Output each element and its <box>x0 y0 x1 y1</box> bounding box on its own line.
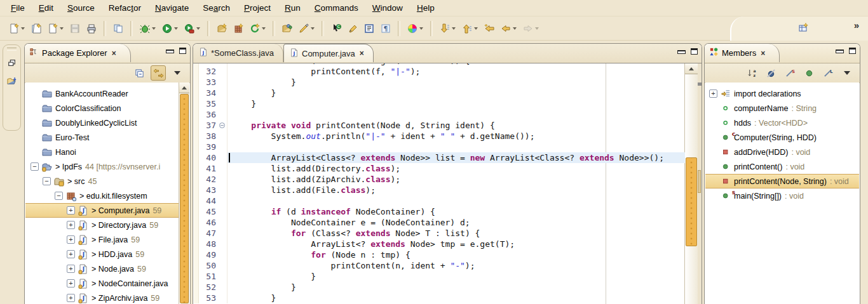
hide-fields-icon[interactable] <box>763 65 778 81</box>
previous-annotation-button[interactable] <box>459 21 480 36</box>
menu-project[interactable]: Project <box>237 1 278 15</box>
highlighter-button[interactable] <box>345 21 360 36</box>
tree-item-computer.java[interactable]: +J> Computer.java59 <box>25 203 179 218</box>
open-perspective-button[interactable] <box>796 20 811 36</box>
new-java-project-button[interactable] <box>214 21 229 36</box>
fold-ruler[interactable] <box>218 185 227 195</box>
show-whitespace-button[interactable]: ¶ <box>378 21 393 36</box>
menu-search[interactable]: Search <box>196 1 237 15</box>
editor-tab-computer.java[interactable]: JComputer.java× <box>283 44 374 62</box>
search-pen-button[interactable] <box>296 21 317 36</box>
hide-nonpublic-icon[interactable] <box>801 65 817 81</box>
link-with-editor-icon[interactable] <box>151 65 166 81</box>
code-line-50[interactable]: 50 printContent(n, ident + "-"); <box>194 260 685 271</box>
minimize-icon[interactable] <box>836 50 844 53</box>
code-line-34[interactable]: 34 } <box>194 88 685 98</box>
maximize-icon[interactable] <box>691 48 698 55</box>
hide-static-icon[interactable]: S <box>782 65 797 81</box>
fold-ruler[interactable] <box>218 66 227 77</box>
member-printcontent-node-string[interactable]: printContent(Node, String) : void <box>705 174 859 188</box>
fold-ruler[interactable] <box>218 88 227 98</box>
tree-item-hdd.java[interactable]: +J> HDD.java59 <box>25 247 179 261</box>
minimize-icon[interactable] <box>166 50 174 53</box>
member-computername[interactable]: computerName : String <box>705 101 859 116</box>
tree-item-ziparchiv.java[interactable]: +J> ZipArchiv.java59 <box>25 291 179 304</box>
dropdown-arrow-icon[interactable] <box>60 27 64 30</box>
member-printcontent[interactable]: printContent() : void <box>705 159 859 174</box>
run-button[interactable] <box>159 21 180 36</box>
menu-run[interactable]: Run <box>278 1 308 15</box>
member-import-declarations[interactable]: +import declarations <box>705 86 859 101</box>
member-adddrive-hdd[interactable]: addDrive(HDD) : void <box>705 145 859 159</box>
scroll-up-icon[interactable] <box>179 83 189 93</box>
minimize-icon[interactable] <box>677 50 686 54</box>
collapse-all-icon[interactable] <box>132 65 147 81</box>
fold-ruler[interactable] <box>218 217 227 228</box>
close-icon[interactable]: × <box>360 49 364 58</box>
tree-item-nodecontainer.java[interactable]: +J> NodeContainer.java <box>25 276 179 291</box>
fold-ruler[interactable] <box>218 260 227 271</box>
dropdown-arrow-icon[interactable] <box>196 27 200 30</box>
fold-ruler[interactable] <box>218 282 227 293</box>
collapse-icon[interactable]: − <box>31 162 39 171</box>
code-line-43[interactable]: 43 list.add(File.class); <box>194 185 685 195</box>
dropdown-arrow-icon[interactable] <box>311 27 315 30</box>
expand-icon[interactable]: + <box>67 294 75 302</box>
dropdown-arrow-icon[interactable] <box>152 27 156 30</box>
fold-ruler[interactable] <box>218 239 227 249</box>
fold-ruler[interactable] <box>218 98 227 109</box>
code-line-45[interactable]: 45 if (d instanceof NodeContainer) { <box>194 206 685 217</box>
code-line-40[interactable]: 40 ArrayList<Class<? extends Node>> list… <box>194 152 685 163</box>
fold-ruler[interactable] <box>218 293 227 303</box>
menu-file[interactable]: File <box>4 1 32 15</box>
fold-ruler[interactable] <box>218 249 227 260</box>
code-line-49[interactable]: 49 for (Node n : tmp) { <box>194 249 685 260</box>
tree-item-ipdfs[interactable]: −> IpdFs44 [https://svnserver.i <box>25 159 179 174</box>
last-edit-location-button[interactable] <box>482 21 497 36</box>
tree-item-bankaccountreader[interactable]: BankAccountReader <box>25 86 179 101</box>
new-java-class-button[interactable] <box>247 21 268 36</box>
hide-local-types-icon[interactable]: L <box>820 65 836 81</box>
menu-refactor[interactable]: Refactor <box>102 1 148 15</box>
scroll-up-icon[interactable] <box>685 63 698 74</box>
code-line-41[interactable]: 41 list.add(Directory.class); <box>194 163 685 174</box>
color-palette-button[interactable] <box>405 21 426 36</box>
toolbar-overflow-chevron[interactable]: » <box>854 20 859 30</box>
code-line-36[interactable]: 36 <box>194 109 685 120</box>
sort-icon[interactable]: az <box>744 65 759 81</box>
close-icon[interactable]: × <box>761 49 765 58</box>
code-line-42[interactable]: 42 list.add(ZipArchiv.class); <box>194 174 685 185</box>
tree-item-doublylinkedcycliclist[interactable]: DoublyLinkedCyclicList <box>25 116 179 130</box>
menu-source[interactable]: Source <box>60 1 102 15</box>
fold-ruler[interactable] <box>218 163 227 174</box>
run-external-tools-button[interactable] <box>182 21 203 36</box>
code-line-37[interactable]: 37 private void printContent(Node d, Str… <box>194 120 685 131</box>
fold-ruler[interactable] <box>218 271 227 282</box>
overview-ruler[interactable] <box>698 63 702 304</box>
dropdown-arrow-icon[interactable] <box>174 27 178 30</box>
tree-item-euro-test[interactable]: Euro-Test <box>25 130 179 145</box>
dropdown-arrow-icon[interactable] <box>535 27 539 30</box>
forward-button[interactable] <box>520 21 541 36</box>
code-line-35[interactable]: 35 } <box>194 98 685 109</box>
menu-commands[interactable]: Commands <box>308 1 365 15</box>
view-menu-icon[interactable] <box>170 65 185 81</box>
code-line-53[interactable]: 53 } <box>194 293 685 303</box>
collapse-fold-icon[interactable] <box>219 122 225 128</box>
code-line-38[interactable]: 38 System.out.println("|-" + ident + " "… <box>194 131 685 142</box>
new-document-button[interactable] <box>45 21 66 36</box>
tree-item-file.java[interactable]: +J> File.java59 <box>25 232 179 247</box>
dropdown-arrow-icon[interactable] <box>452 27 456 30</box>
code-line-47[interactable]: 47 for (Class<? extends Node> T : list) … <box>194 228 685 239</box>
fold-ruler[interactable] <box>218 228 227 239</box>
dropdown-arrow-icon[interactable] <box>419 27 423 30</box>
maximize-icon[interactable] <box>849 48 856 54</box>
open-fastview-icon[interactable] <box>6 74 18 88</box>
expand-icon[interactable]: + <box>67 221 75 229</box>
fold-ruler[interactable] <box>218 195 227 206</box>
tree-item-hanoi[interactable]: Hanoi <box>25 145 179 159</box>
maximize-icon[interactable] <box>179 48 186 54</box>
rail-drag-handle[interactable] <box>7 48 17 51</box>
dropdown-arrow-icon[interactable] <box>21 27 25 30</box>
collapse-icon[interactable]: − <box>55 192 63 200</box>
